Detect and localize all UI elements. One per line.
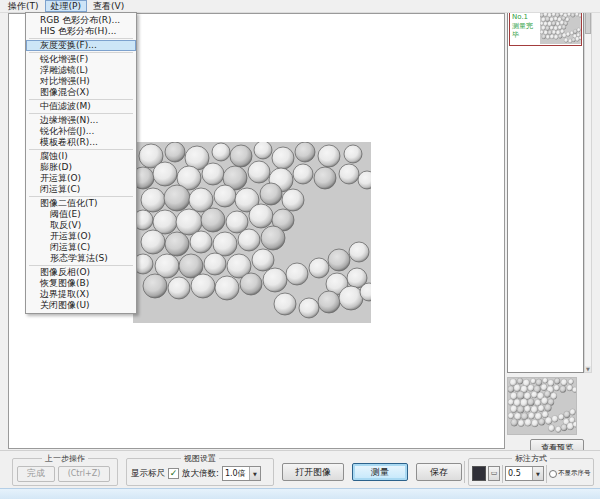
- view-settings-label: 视图设置: [181, 453, 219, 464]
- preview-thumbnail: [507, 377, 577, 435]
- spinner-arrow-icon[interactable]: ▼: [532, 467, 543, 480]
- zoom-select[interactable]: 1.0倍 ▼: [222, 466, 261, 481]
- status-bar: [0, 488, 600, 499]
- menu-item[interactable]: HIS 色彩分布(H)...: [26, 26, 136, 37]
- chevron-down-icon[interactable]: ▼: [249, 467, 260, 480]
- list-item-label: No.1 测量完毕: [510, 12, 539, 41]
- menu-separator: [29, 99, 133, 100]
- save-button[interactable]: 保存: [416, 463, 462, 481]
- menu-separator: [29, 38, 133, 39]
- menu-item[interactable]: 关闭图像(U): [26, 300, 136, 311]
- zoom-label: 放大倍数:: [182, 468, 219, 480]
- menu-separator: [29, 52, 133, 53]
- measure-button[interactable]: 测量: [352, 463, 408, 481]
- menu-separator: [29, 149, 133, 150]
- annotation-group: 标注方式 ▭ 0.5 ▼ 不显示序号小中大: [468, 458, 594, 486]
- menu-item[interactable]: 腐蚀(I): [26, 151, 136, 162]
- label-size-radio-group: 不显示序号小中大: [549, 469, 593, 478]
- menu-item[interactable]: 浮雕滤镜(L): [26, 65, 136, 76]
- view-settings-group: 视图设置 显示标尺 ✓ 放大倍数: 1.0倍 ▼: [126, 458, 274, 486]
- list-item-thumbnail: [540, 8, 581, 44]
- menu-item[interactable]: 闭运算(C): [26, 242, 136, 253]
- ruler-checkbox[interactable]: ✓: [168, 468, 179, 479]
- size-radio-option[interactable]: 不显示序号: [549, 469, 591, 478]
- bottom-bar: 上一步操作 完成 (Ctrl+Z) 视图设置 显示标尺 ✓ 放大倍数: 1.0倍…: [0, 450, 600, 488]
- menu-separator: [29, 265, 133, 266]
- radio-icon[interactable]: [549, 470, 557, 478]
- line-width-value: 0.5: [506, 467, 532, 480]
- open-image-button[interactable]: 打开图像: [282, 463, 344, 481]
- scroll-down-icon[interactable]: ▼: [585, 366, 591, 372]
- menu-process[interactable]: 处理(P): [45, 0, 87, 12]
- menu-item[interactable]: 中值滤波(M): [26, 101, 136, 112]
- done-button[interactable]: 完成: [17, 466, 55, 482]
- zoom-value: 1.0倍: [223, 467, 249, 480]
- menu-item[interactable]: 形态学算法(S): [26, 253, 136, 264]
- process-menu: RGB 色彩分布(R)...HIS 色彩分布(H)...灰度变换(F)...锐化…: [25, 12, 137, 314]
- rect-icon: ▭: [491, 469, 498, 477]
- separator: [464, 461, 465, 483]
- menu-item[interactable]: 膨胀(D): [26, 162, 136, 173]
- undo-button[interactable]: (Ctrl+Z): [58, 466, 110, 482]
- rect-tool-button[interactable]: ▭: [488, 466, 500, 481]
- menu-item[interactable]: 闭运算(C): [26, 184, 136, 195]
- tem-image: [133, 142, 371, 323]
- line-width-spinner[interactable]: 0.5 ▼: [505, 466, 544, 481]
- menu-view[interactable]: 查看(V): [87, 0, 130, 12]
- list-item-number: No.1: [512, 13, 538, 22]
- menu-operate[interactable]: 操作(T): [2, 0, 45, 12]
- undo-group: 上一步操作 完成 (Ctrl+Z): [12, 458, 118, 486]
- menu-item[interactable]: 阈值(E): [26, 209, 136, 220]
- menu-item[interactable]: 锐化增强(F): [26, 54, 136, 65]
- list-item-status: 测量完毕: [512, 22, 538, 40]
- pen-color-button[interactable]: [472, 466, 486, 481]
- menu-item[interactable]: 开运算(O): [26, 173, 136, 184]
- menu-item[interactable]: 图像混合(X): [26, 87, 136, 98]
- menu-item[interactable]: 锐化补偿(J)...: [26, 126, 136, 137]
- check-icon: ✓: [170, 469, 178, 478]
- ruler-label: 显示标尺: [131, 468, 165, 480]
- menu-item[interactable]: 图像反相(O): [26, 267, 136, 278]
- menu-item[interactable]: 模板卷积(R)...: [26, 137, 136, 148]
- separator: [546, 465, 547, 483]
- menu-item[interactable]: 边缘增强(N)...: [26, 115, 136, 126]
- menu-item[interactable]: 取反(V): [26, 220, 136, 231]
- size-radio-label: 不显示序号: [558, 469, 591, 478]
- menu-item[interactable]: 开运算(O): [26, 231, 136, 242]
- process-menu-list: RGB 色彩分布(R)...HIS 色彩分布(H)...灰度变换(F)...锐化…: [26, 15, 136, 311]
- separator: [502, 465, 503, 483]
- menu-item[interactable]: 边界提取(X): [26, 289, 136, 300]
- menu-separator: [29, 196, 133, 197]
- menu-item[interactable]: RGB 色彩分布(R)...: [26, 15, 136, 26]
- menu-item[interactable]: 图像二值化(T): [26, 198, 136, 209]
- app-window: { "menubar": { "items": [ { "label": "操作…: [0, 0, 600, 499]
- menu-item[interactable]: 恢复图像(B): [26, 278, 136, 289]
- measurement-list[interactable]: No.1 测量完毕: [507, 4, 584, 373]
- annotation-group-label: 标注方式: [512, 453, 550, 464]
- undo-group-label: 上一步操作: [42, 453, 88, 464]
- menu-separator: [29, 113, 133, 114]
- menu-item[interactable]: 对比增强(H): [26, 76, 136, 87]
- scrollbar-thumb[interactable]: [585, 12, 591, 34]
- list-scrollbar[interactable]: ▲ ▼: [584, 4, 592, 373]
- menu-item[interactable]: 灰度变换(F)...: [26, 40, 136, 51]
